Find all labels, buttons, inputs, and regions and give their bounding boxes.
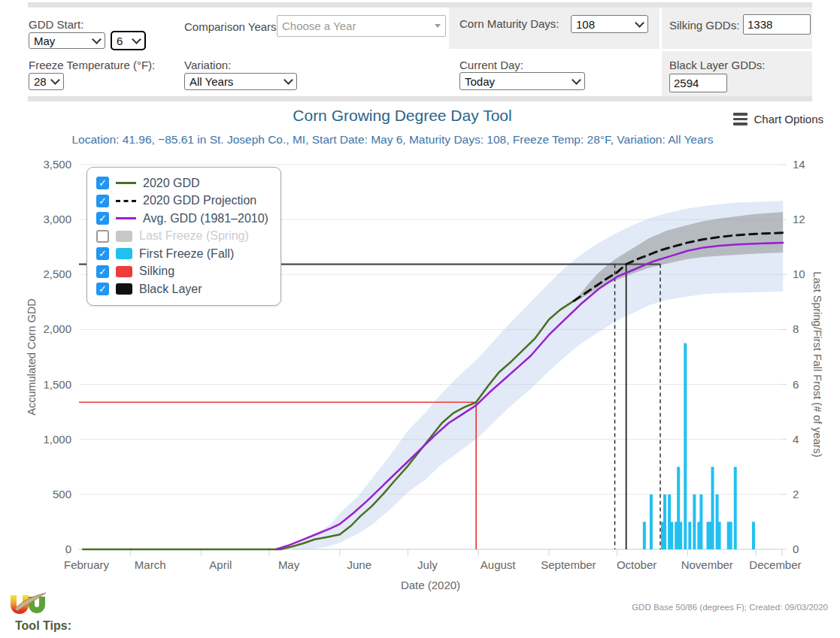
y-right-tick: 8 <box>793 322 799 335</box>
x-tick-month: December <box>749 558 801 571</box>
checked-checkbox[interactable]: ✓ <box>96 283 109 295</box>
legend-label: Silking <box>139 265 174 278</box>
chevron-down-icon <box>92 35 102 44</box>
chart-subtitle: Location: 41.96, −85.61 in St. Joseph Co… <box>0 133 785 147</box>
legend-label: Last Freeze (Spring) <box>139 229 249 243</box>
y-left-axis-title: Accumulated Corn GDD <box>26 298 38 416</box>
legend-item-first-freeze-fall-[interactable]: ✓First Freeze (Fall) <box>96 245 268 263</box>
legend-swatch <box>116 217 136 219</box>
freeze-bar <box>734 467 737 549</box>
chevron-down-icon <box>435 24 441 28</box>
y-right-tick: 6 <box>793 378 799 391</box>
current-day-select[interactable]: Today <box>459 72 585 90</box>
y-left-tick: 2,000 <box>43 322 71 335</box>
legend-label: 2020 GDD <box>143 177 200 190</box>
chart-footnote: GDD Base 50/86 (degrees F); Created: 09/… <box>632 603 828 612</box>
freeze-bar <box>679 522 682 549</box>
chevron-down-icon <box>132 35 141 44</box>
checked-checkbox[interactable]: ✓ <box>96 247 109 260</box>
x-tick-month: August <box>481 558 517 571</box>
freeze-bar <box>699 494 702 549</box>
black-layer-gdds-input[interactable] <box>669 74 727 92</box>
legend-swatch <box>116 231 132 242</box>
x-tick-month: March <box>135 558 166 571</box>
y-right-tick: 0 <box>793 543 799 555</box>
gdd-start-day-value: 6 <box>117 35 123 47</box>
y-left-tick: 1,000 <box>43 433 71 446</box>
variation-label: Variation: <box>184 59 231 71</box>
corn-maturity-label: Corn Maturity Days: <box>459 17 559 30</box>
gdd-start-label: GDD Start: <box>29 18 83 31</box>
gdd-start-month-select[interactable]: May <box>29 32 105 49</box>
gdd-tool-page: GDD Start: May 6 Comparison Years: Choos… <box>0 0 840 638</box>
corn-maturity-select[interactable]: 108 <box>571 15 648 33</box>
x-tick-month: November <box>681 558 733 571</box>
legend-swatch <box>116 200 136 202</box>
checked-checkbox[interactable]: ✓ <box>96 212 109 225</box>
freeze-bar <box>693 494 696 549</box>
legend-label: First Freeze (Fall) <box>139 247 234 261</box>
y-left-tick: 1,500 <box>43 378 71 391</box>
tool-tips-label: Tool Tips: <box>15 619 71 633</box>
legend-item-avg-gdd-1981-2010-[interactable]: ✓Avg. GDD (1981–2010) <box>96 210 268 228</box>
gdd-start-day-select[interactable]: 6 <box>111 31 146 50</box>
freeze-bar <box>729 522 732 549</box>
freeze-bar <box>643 522 646 549</box>
legend-swatch <box>116 266 132 277</box>
x-tick-month: September <box>541 558 596 571</box>
freeze-temp-value: 28 <box>34 75 47 88</box>
checked-checkbox[interactable]: ✓ <box>96 177 109 189</box>
y-right-tick: 12 <box>793 213 805 225</box>
legend-item-last-freeze-spring-[interactable]: Last Freeze (Spring) <box>96 228 268 246</box>
legend-item-silking[interactable]: ✓Silking <box>96 263 268 281</box>
silking-gdds-label: Silking GDDs: <box>669 19 739 32</box>
x-tick-month: July <box>417 558 438 571</box>
u2u-logo <box>8 590 48 621</box>
legend-item-2020-gdd-projection[interactable]: ✓2020 GDD Projection <box>96 192 268 210</box>
freeze-bar <box>684 343 687 549</box>
legend-swatch <box>116 248 132 259</box>
top-divider <box>28 2 812 8</box>
x-tick-month: February <box>64 558 110 571</box>
silking-gdds-input[interactable] <box>743 14 811 35</box>
legend-label: 2020 GDD Projection <box>143 194 256 207</box>
chart-legend: ✓2020 GDD✓2020 GDD Projection✓Avg. GDD (… <box>86 167 281 306</box>
gdd-chart: 05001,0001,5002,0002,5003,0003,500024681… <box>0 154 840 597</box>
y-left-tick: 2,500 <box>43 268 71 280</box>
y-left-tick: 0 <box>65 543 71 555</box>
y-left-tick: 3,000 <box>43 213 71 225</box>
current-day-label: Current Day: <box>459 59 523 71</box>
current-day-value: Today <box>465 75 495 88</box>
bands <box>276 201 783 549</box>
freeze-bar <box>688 522 691 549</box>
comparison-years-select[interactable]: Choose a Year <box>277 15 446 37</box>
freeze-bar <box>663 494 666 549</box>
corn-maturity-value: 108 <box>576 18 595 31</box>
y-right-tick: 14 <box>793 158 805 171</box>
chart-options-label: Chart Options <box>754 113 823 125</box>
unchecked-checkbox[interactable] <box>96 230 109 243</box>
x-axis-title: Date (2020) <box>401 579 460 591</box>
chevron-down-icon <box>572 75 581 85</box>
comparison-years-label: Comparison Years: <box>184 20 280 33</box>
freeze-bar <box>718 522 721 549</box>
chart-options-button[interactable]: Chart Options <box>733 113 823 125</box>
legend-item-black-layer[interactable]: ✓Black Layer <box>96 280 268 298</box>
legend-label: Black Layer <box>139 283 202 296</box>
freeze-temp-label: Freeze Temperature (°F): <box>29 59 155 71</box>
controls-divider <box>28 96 812 101</box>
variation-select[interactable]: All Years <box>184 73 297 90</box>
freeze-temp-select[interactable]: 28 <box>29 73 64 90</box>
freeze-bar <box>670 522 673 549</box>
legend-item-2020-gdd[interactable]: ✓2020 GDD <box>96 174 268 192</box>
x-tick-month: June <box>347 558 371 571</box>
checked-checkbox[interactable]: ✓ <box>96 195 109 207</box>
variation-value: All Years <box>190 75 233 88</box>
x-tick-month: May <box>278 558 300 571</box>
y-right-tick: 4 <box>793 433 799 446</box>
y-right-tick: 10 <box>793 268 805 280</box>
gdd-start-month-value: May <box>34 35 55 47</box>
first-freeze-bars <box>643 343 755 549</box>
y-right-tick: 2 <box>793 488 799 500</box>
checked-checkbox[interactable]: ✓ <box>96 265 109 278</box>
